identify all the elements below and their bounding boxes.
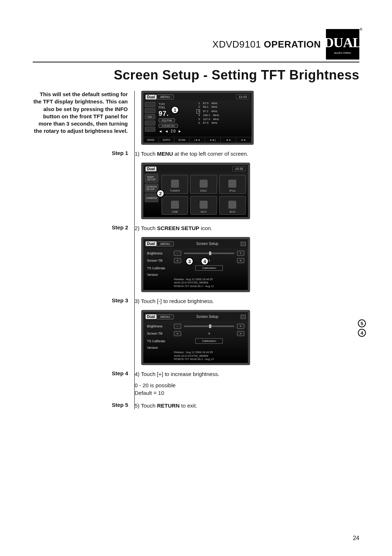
av2-tile[interactable]: AV/2: [219, 196, 246, 215]
av1-icon: [200, 201, 208, 209]
tilt-right-button[interactable]: »: [237, 258, 244, 263]
step-4-text: 4) Touch [+] to increase brightness. 0 -…: [135, 370, 220, 397]
return-icon[interactable]: [241, 315, 246, 319]
loud-pill[interactable]: LOUD:On: [159, 124, 178, 128]
screen-logo: Dual: [146, 95, 156, 99]
side-btn[interactable]: [145, 108, 155, 113]
tilt-value: 4: [184, 332, 234, 335]
camera-button[interactable]: CAMERA: [145, 193, 158, 202]
seek-row[interactable]: ◄ ◄ 20 ►: [159, 128, 249, 135]
header-rule: [33, 62, 359, 62]
setup-title: Screen Setup: [196, 241, 219, 247]
figure-4: Dual MENU Screen Setup Brightness-+ Scre…: [141, 310, 359, 365]
asps-button[interactable]: AS/PS: [159, 137, 175, 143]
menu-button[interactable]: MENU: [156, 314, 174, 319]
ipod-icon: [228, 180, 236, 188]
side-btn[interactable]: [145, 120, 155, 126]
version-label: Version: [147, 346, 171, 349]
step-3: Step 3 3) Touch [-] to reduce brightness…: [141, 297, 359, 305]
step-2: Step 2 2) Touch SCREEN SETUP icon.: [141, 224, 359, 232]
clock: 12:43: [236, 94, 249, 99]
plus-button[interactable]: +: [237, 324, 244, 329]
calibration-button[interactable]: Calibration: [195, 265, 223, 271]
step-1-label: Step 1: [40, 150, 135, 156]
step-1: Step 1 1) Touch MENU at the top left cor…: [141, 150, 359, 158]
prev-track-button[interactable]: |◄◄: [190, 137, 205, 143]
screen-logo: Dual: [146, 167, 156, 171]
brightness-slider[interactable]: [184, 326, 234, 327]
plus-button[interactable]: +: [237, 251, 244, 256]
calibration-button[interactable]: Calibration: [195, 338, 223, 344]
screen-setup-2: Dual MENU Screen Setup Brightness-+ Scre…: [141, 310, 250, 365]
step-2-text: 2) Touch SCREEN SETUP icon.: [135, 224, 212, 232]
preset-list: 187.5MHz 290.1MHz 397.1MHz 4106.1MHz 510…: [196, 102, 219, 125]
tilt-right-button[interactable]: »: [237, 331, 244, 336]
screen-setup-button[interactable]: SCREEN SETUP: [145, 184, 158, 192]
header-word: OPERATION: [264, 39, 321, 50]
callout-2: 2: [156, 189, 164, 197]
left-sidebar: DX: [143, 101, 156, 137]
tilt-label: Screen Tilt: [147, 259, 171, 262]
section-title: Screen Setup - Setting TFT Brightness: [33, 68, 359, 83]
clock: 10:35: [232, 166, 246, 171]
eq-pill[interactable]: EQ:Flat: [159, 118, 175, 122]
version-line: Release : Aug 12 2008 16:44:35: [147, 351, 244, 354]
step-2-label: Step 2: [40, 224, 135, 230]
callout-1: 1: [171, 106, 179, 114]
header-title: XDVD9101 OPERATION: [212, 39, 321, 50]
brightness-slider[interactable]: [184, 253, 234, 254]
tilt-left-button[interactable]: «: [174, 258, 181, 263]
return-icon[interactable]: [241, 242, 246, 246]
av2-icon: [228, 201, 236, 209]
menu-screen: Dual 10:35 MAIN SETUP SCREEN SETUP CAMER…: [141, 163, 250, 219]
steps-column: Dual MENU 12:43 DX TUN: [134, 91, 359, 409]
brightness-label: Brightness: [147, 324, 171, 328]
tilt-label: Screen Tilt: [147, 332, 171, 335]
rewind-button[interactable]: ◄◄: [221, 137, 236, 143]
ipod-tile[interactable]: IPod: [219, 175, 246, 194]
callout-4b: 4: [358, 329, 366, 337]
side-btn[interactable]: [145, 102, 155, 107]
figure-1: Dual MENU 12:43 DX TUN: [141, 91, 359, 145]
ts-label: TS Calibrate: [147, 266, 171, 270]
step-3-label: Step 3: [40, 297, 135, 303]
av1-tile[interactable]: AV/1: [190, 196, 217, 215]
main-setup-button[interactable]: MAIN SETUP: [145, 174, 158, 183]
usb-tile[interactable]: USB: [162, 196, 188, 215]
callout-3: 3: [185, 257, 193, 265]
next-track-button[interactable]: ►►|: [205, 137, 221, 143]
version-line: RF8878-727 Ver00.06.2 - Aug 12: [147, 357, 244, 361]
control-bar: BAND AS/PS SCAN |◄◄ ►►| ◄◄ ►►: [143, 137, 252, 143]
band-button[interactable]: BAND: [143, 137, 159, 143]
brightness-label: Brightness: [147, 252, 171, 255]
product-model: XDVD9101: [212, 39, 261, 50]
intro-text: This will set the default setting for th…: [33, 91, 134, 409]
tuner-main: TUN FM1 97. EQ:Flat LOUD:On ◄ ◄ 20 ► 187…: [156, 101, 252, 137]
disc-tile[interactable]: DISC: [190, 175, 217, 194]
forward-button[interactable]: ►►: [236, 137, 252, 143]
brand-logo: ® DUAL audio·video: [326, 29, 359, 60]
step-5-label: Step 5: [40, 402, 135, 408]
radio-screen: Dual MENU 12:43 DX TUN: [141, 91, 254, 145]
minus-button[interactable]: -: [174, 251, 181, 256]
figure-2: Dual 10:35 MAIN SETUP SCREEN SETUP CAMER…: [141, 163, 359, 219]
tuner-tile[interactable]: TUNER: [162, 175, 188, 194]
menu-button[interactable]: MENU: [156, 94, 174, 99]
logo-sub: audio·video: [334, 51, 351, 54]
ts-label: TS Calibrate: [147, 339, 171, 343]
usb-icon: [171, 201, 179, 209]
fm-band: FM1: [159, 106, 165, 109]
screen-setup-1: Dual MENU Screen Setup Brightness-+ Scre…: [141, 237, 250, 292]
callout-4: 4: [201, 257, 209, 265]
tilt-left-button[interactable]: «: [174, 331, 181, 336]
menu-button[interactable]: MENU: [156, 241, 174, 246]
scan-button[interactable]: SCAN: [174, 137, 190, 143]
version-line: RF8878-727 Ver00.06.2 - Aug 12: [147, 285, 244, 288]
version-line: ver01.03.0 DVX700_080808: [147, 281, 244, 284]
screen-logo: Dual: [146, 314, 156, 319]
minus-button[interactable]: -: [174, 324, 181, 329]
side-btn[interactable]: [145, 127, 155, 132]
callout-5: 5: [358, 319, 366, 327]
disc-icon: [200, 180, 208, 188]
dx-button[interactable]: DX: [145, 114, 155, 119]
